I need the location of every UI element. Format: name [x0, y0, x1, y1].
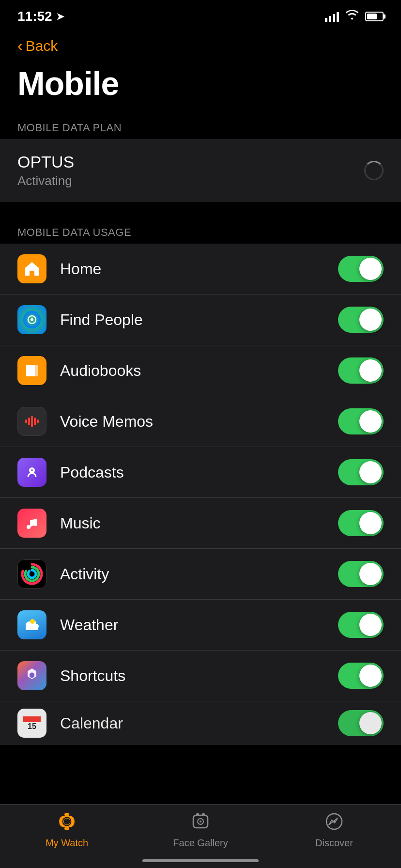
tab-my-watch[interactable]: My Watch — [0, 812, 134, 849]
svg-rect-4 — [29, 365, 38, 376]
battery-fill — [367, 14, 377, 19]
audiobooks-app-name: Audiobooks — [60, 362, 338, 380]
calendar-app-icon: 15 — [17, 709, 46, 738]
audiobooks-toggle[interactable] — [338, 357, 384, 384]
status-time: 11:52 ➤ — [17, 9, 64, 24]
tab-face-gallery[interactable]: Face Gallery — [134, 812, 267, 849]
svg-point-12 — [27, 525, 31, 529]
table-row: 15 Calendar — [0, 701, 401, 745]
optus-row: OPTUS Activating — [0, 139, 401, 202]
svg-point-13 — [33, 522, 37, 526]
table-row: Podcasts — [0, 447, 401, 498]
my-watch-label: My Watch — [46, 837, 88, 849]
location-icon: ➤ — [56, 11, 64, 22]
svg-text:15: 15 — [28, 722, 36, 730]
discover-label: Discover — [315, 837, 353, 849]
back-button[interactable]: ‹ Back — [0, 29, 401, 60]
calendar-app-name: Calendar — [60, 714, 338, 732]
svg-point-2 — [31, 318, 33, 321]
shortcuts-toggle-knob — [359, 665, 382, 687]
svg-point-21 — [30, 619, 35, 624]
voice-memos-app-icon — [17, 407, 46, 436]
home-app-icon — [17, 254, 46, 283]
signal-bar-3 — [333, 14, 335, 22]
carrier-status: Activating — [17, 173, 74, 188]
weather-app-name: Weather — [60, 616, 338, 634]
svg-rect-9 — [37, 419, 39, 423]
svg-rect-20 — [26, 626, 38, 630]
tab-discover[interactable]: Discover — [267, 812, 401, 849]
data-usage-header: MOBILE DATA USAGE — [0, 221, 401, 244]
back-chevron-icon: ‹ — [17, 37, 23, 55]
voice-memos-toggle-knob — [359, 410, 382, 433]
calendar-toggle-knob — [359, 712, 382, 734]
audiobooks-toggle-knob — [359, 359, 382, 382]
find-people-app-name: Find People — [60, 311, 338, 329]
status-icons — [325, 10, 384, 23]
svg-point-11 — [31, 469, 33, 471]
activity-toggle[interactable] — [338, 561, 384, 587]
discover-icon — [325, 812, 343, 835]
home-toggle[interactable] — [338, 256, 384, 282]
voice-memos-app-name: Voice Memos — [60, 413, 338, 431]
signal-bar-1 — [325, 18, 327, 22]
find-people-toggle-knob — [359, 309, 382, 331]
signal-bar-2 — [329, 16, 331, 22]
shortcuts-toggle[interactable] — [338, 663, 384, 689]
svg-rect-31 — [64, 827, 69, 830]
optus-info: OPTUS Activating — [17, 153, 74, 188]
loading-spinner — [364, 161, 384, 180]
table-row: Activity — [0, 549, 401, 600]
svg-point-40 — [200, 821, 201, 822]
status-bar: 11:52 ➤ — [0, 0, 401, 29]
face-gallery-label: Face Gallery — [173, 837, 228, 849]
data-plan-header: MOBILE DATA PLAN — [0, 117, 401, 139]
svg-rect-30 — [64, 813, 69, 816]
svg-rect-5 — [25, 419, 27, 423]
apps-list: Home Find Pe — [0, 244, 401, 745]
calendar-toggle[interactable] — [338, 710, 384, 736]
section-gap — [0, 202, 401, 221]
music-app-icon — [17, 509, 46, 538]
svg-rect-6 — [28, 418, 30, 425]
battery-icon — [365, 12, 384, 21]
svg-rect-38 — [202, 813, 205, 816]
weather-toggle[interactable] — [338, 612, 384, 638]
home-indicator — [142, 859, 259, 862]
svg-rect-8 — [34, 418, 36, 425]
svg-point-16 — [28, 570, 36, 578]
music-toggle[interactable] — [338, 510, 384, 536]
home-app-name: Home — [60, 260, 338, 278]
find-people-toggle[interactable] — [338, 307, 384, 333]
activity-toggle-knob — [359, 563, 382, 585]
weather-toggle-knob — [359, 614, 382, 636]
table-row: Home — [0, 244, 401, 294]
optus-group: OPTUS Activating — [0, 139, 401, 202]
svg-rect-27 — [23, 716, 41, 719]
table-row: Find People — [0, 294, 401, 345]
table-row: Shortcuts — [0, 651, 401, 701]
carrier-name: OPTUS — [17, 153, 74, 171]
podcasts-toggle-knob — [359, 461, 382, 483]
voice-memos-toggle[interactable] — [338, 408, 384, 434]
activity-app-name: Activity — [60, 565, 338, 583]
svg-rect-7 — [31, 416, 33, 427]
signal-bar-4 — [337, 12, 339, 22]
svg-point-43 — [333, 821, 335, 822]
table-row: Music — [0, 498, 401, 549]
page-title: Mobile — [0, 60, 401, 117]
shortcuts-app-name: Shortcuts — [60, 667, 338, 685]
audiobooks-app-icon — [17, 356, 46, 385]
table-row: Voice Memos — [0, 396, 401, 447]
face-gallery-icon — [191, 812, 210, 835]
table-row: Weather — [0, 600, 401, 651]
svg-rect-37 — [196, 813, 199, 816]
wifi-icon — [346, 10, 358, 23]
activity-app-icon — [17, 559, 46, 589]
podcasts-toggle[interactable] — [338, 459, 384, 485]
my-watch-icon — [58, 812, 76, 835]
back-label: Back — [26, 38, 58, 54]
music-app-name: Music — [60, 514, 338, 532]
find-people-app-icon — [17, 305, 46, 334]
table-row: Audiobooks — [0, 345, 401, 396]
